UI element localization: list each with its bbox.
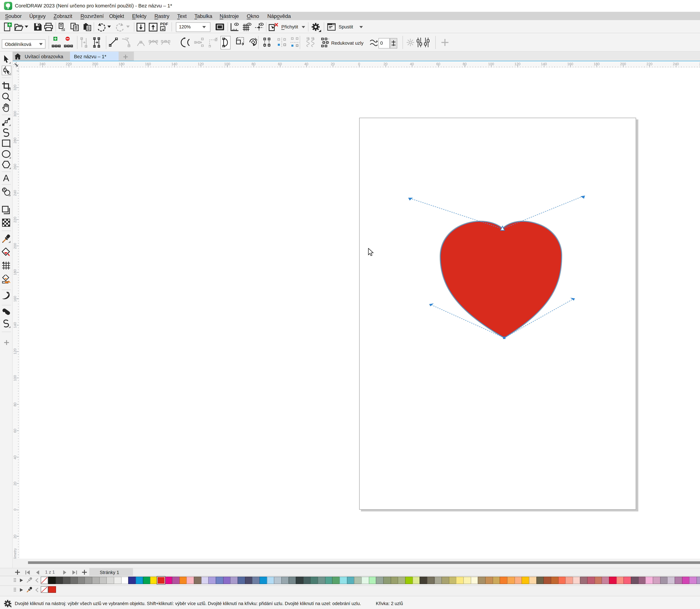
svg-text:A: A	[3, 173, 9, 183]
